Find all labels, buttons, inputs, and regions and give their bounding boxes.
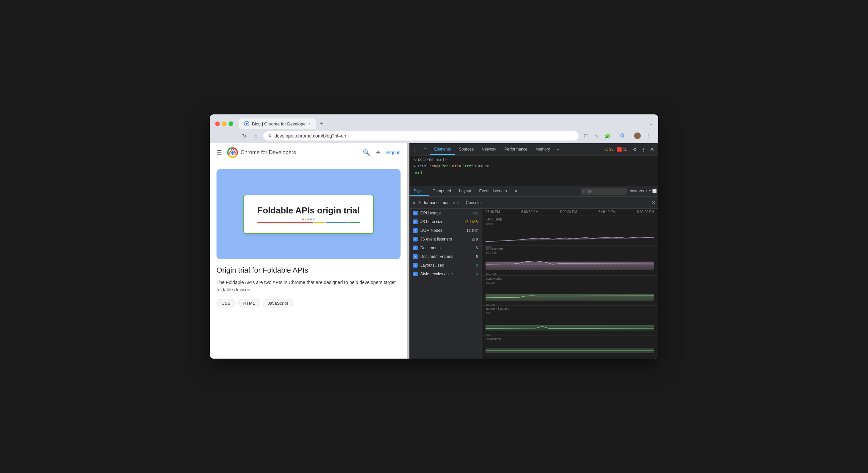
html-tag-line[interactable]: ▶ <html lang="en" dir="ltr"> == $0 (413, 163, 654, 169)
console-tab[interactable]: Console (464, 200, 483, 205)
add-style-button[interactable]: + (645, 189, 647, 193)
cpu-checkbox[interactable] (413, 211, 417, 215)
browser-tab[interactable]: Blog | Chrome for Develope × (239, 118, 316, 129)
browser-window: Blog | Chrome for Develope × + ⌄ ← → ↻ ⌂… (210, 115, 658, 358)
devtools-sub-tabs: Styles Computed Layout Event Listeners »… (410, 186, 658, 197)
devtools-cursor-icon[interactable]: ⬚ (412, 146, 421, 154)
warning-count: 19 (609, 147, 613, 152)
jsheap-10mb: 10.0 MB (486, 272, 497, 275)
bookmark-button[interactable]: ☆ (592, 131, 601, 140)
tab-sources[interactable]: Sources (455, 144, 478, 155)
devtools-panel: ⬚ □ Elements Sources Network Performance… (409, 143, 658, 358)
hamburger-menu[interactable]: ☰ (217, 149, 222, 156)
metric-jsevents: JS event listeners 278 (410, 235, 481, 244)
tag-css[interactable]: CSS (217, 299, 236, 308)
devtools-device-icon[interactable]: □ (422, 146, 429, 154)
jsevents-checkbox[interactable] (413, 237, 417, 242)
style-tool-3[interactable]: ⬜ (652, 189, 657, 193)
devtools-close-button[interactable]: ✕ (649, 146, 655, 153)
signin-button[interactable]: Sign in (386, 150, 401, 155)
minimize-button[interactable] (222, 121, 226, 126)
tab-dropdown-button[interactable]: ⌄ (650, 121, 653, 126)
home-button[interactable]: ⌂ (251, 131, 261, 140)
tab-performance[interactable]: Performance (501, 144, 532, 155)
tab-memory[interactable]: Memory (531, 144, 554, 155)
frames-checkbox[interactable] (413, 254, 417, 259)
html-lang-attr: lang= (430, 164, 441, 168)
drag-handle[interactable]: ⠿ (412, 200, 415, 206)
recalcs-value: 0 (476, 272, 478, 276)
dom-checkbox[interactable] (413, 228, 417, 233)
back-button[interactable]: ← (215, 131, 224, 140)
layouts-label: Layouts / sec (420, 263, 476, 267)
jsevents-label: JS event listeners (420, 237, 472, 242)
sub-tab-computed[interactable]: Computed (429, 187, 455, 196)
docs-label: Documents (420, 246, 476, 250)
cls-button[interactable]: .cls (639, 189, 644, 193)
tab-close-button[interactable]: × (308, 121, 311, 126)
traffic-lights (215, 121, 233, 126)
profile-button[interactable] (633, 131, 642, 140)
tag-javascript[interactable]: JavaScript (263, 299, 293, 308)
jsevents-chart-svg (486, 314, 654, 331)
time-4: 5:09:10 PM (599, 210, 616, 214)
new-tab-button[interactable]: + (320, 120, 323, 127)
devtools-settings-button[interactable]: ⚙ (631, 146, 639, 153)
tag-html[interactable]: HTML (238, 299, 260, 308)
title-bar: Blog | Chrome for Develope × + ⌄ (210, 115, 658, 129)
layouts-checkbox[interactable] (413, 263, 417, 267)
tab-label: Blog | Chrome for Develope (252, 121, 306, 126)
cpu-chart-label: CPU usage (486, 217, 503, 221)
dom-base-fill (486, 294, 654, 301)
cpu-100: 100% (486, 222, 493, 226)
search-button[interactable]: 🔍 (363, 149, 370, 156)
jsevents-400: 400 (486, 311, 654, 314)
dom-chart-label: DOM Nodes (486, 277, 654, 280)
metric-cpu: CPU usage 0% (410, 209, 481, 217)
hov-button[interactable]: :hov (630, 189, 637, 193)
theme-toggle[interactable]: ☀ (375, 149, 381, 156)
security-icon: ⚙ (268, 133, 272, 138)
sub-tab-styles[interactable]: Styles (410, 187, 429, 196)
tab-favicon (244, 121, 249, 126)
maximize-button[interactable] (228, 121, 233, 126)
tab-network[interactable]: Network (478, 144, 501, 155)
jsheap-checkbox[interactable] (413, 219, 417, 224)
time-header: 08:40 PM 5:08:50 PM 5:09:00 PM 5:09:10 P… (482, 209, 658, 215)
sub-tab-layout[interactable]: Layout (455, 187, 475, 196)
refresh-button[interactable]: ↻ (239, 131, 249, 140)
google-icon[interactable]: G (618, 131, 627, 140)
devtools-more-button[interactable]: ⋮ (640, 146, 647, 153)
perf-monitor-close-icon[interactable]: ✕ (457, 200, 460, 205)
cpu-line (486, 237, 654, 242)
time-2: 5:08:50 PM (521, 210, 538, 214)
recalcs-checkbox[interactable] (413, 272, 417, 276)
style-tool-2[interactable]: ≡ (649, 189, 651, 193)
chrome-nav: ☰ Chrome for Developers � (210, 143, 407, 162)
chrome-logo: Chrome for Developers (227, 147, 296, 158)
docs-checkbox[interactable] (413, 246, 417, 250)
errors-badge[interactable]: 🟥 15 (617, 147, 627, 152)
warnings-badge[interactable]: ⚠ 19 (604, 147, 613, 152)
more-tabs-button[interactable]: » (554, 146, 562, 153)
article-content: Origin trial for Foldable APIs The Folda… (210, 266, 407, 314)
forward-button[interactable]: → (227, 131, 237, 140)
article-heading: Origin trial for Foldable APIs (217, 266, 401, 275)
jsheap-value: 12.1 MB (464, 220, 478, 224)
cast-button[interactable]: ⬚ (581, 131, 591, 140)
sub-tab-more[interactable]: » (511, 187, 521, 196)
perf-monitor-header: ⠿ Performance monitor ✕ Console ✕ (410, 197, 658, 209)
styles-filter-input[interactable] (581, 188, 627, 195)
tab-elements[interactable]: Elements (430, 144, 455, 155)
metric-recalcs: Style recalcs / sec 0 (410, 270, 481, 278)
sub-tab-event-listeners[interactable]: Event Listeners (475, 187, 511, 196)
perf-monitor-x-button[interactable]: ✕ (651, 199, 655, 206)
close-button[interactable] (215, 121, 220, 126)
frames-label: Document Frames (420, 254, 476, 259)
extensions-button[interactable]: 🧩 (603, 131, 612, 140)
jsheap-chart-label: JS heap size (486, 247, 654, 250)
recalcs-label: Style recalcs / sec (420, 272, 476, 276)
address-bar[interactable]: ⚙ developer.chrome.com/blog?hl=en (264, 131, 579, 140)
metric-jsheap: JS heap size 12.1 MB (410, 217, 481, 226)
menu-button[interactable]: ⋮ (644, 131, 653, 140)
